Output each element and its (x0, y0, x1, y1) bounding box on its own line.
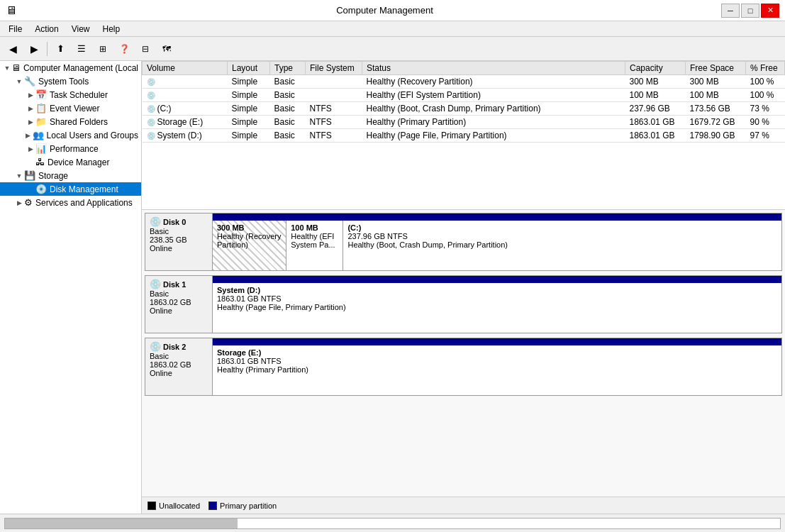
partition-detail: Healthy (Boot, Crash Dump, Primary Parti… (347, 240, 777, 249)
column-header-capacity[interactable]: Capacity (625, 62, 686, 75)
tree-item-disk-management[interactable]: 💿Disk Management (0, 182, 141, 196)
partition-detail: Healthy (Page File, Primary Partition) (217, 303, 777, 311)
scrollbar-thumb (5, 519, 238, 528)
tree-node-label: Device Manager (48, 157, 109, 167)
legend-unallocated-label: Unallocated (159, 501, 200, 510)
toolbar: ◀ ▶ ⬆ ☰ ⊞ ❓ ⊟ 🗺 (0, 37, 785, 61)
tree-node-icon: 🖥 (11, 62, 21, 73)
table-cell: 100 MB (625, 89, 686, 102)
menu-bar: File Action View Help (0, 21, 785, 37)
column-header-%free[interactable]: % Free (746, 62, 785, 75)
menu-view[interactable]: View (66, 23, 96, 35)
table-row[interactable]: 💿SimpleBasicHealthy (EFI System Partitio… (143, 89, 785, 102)
partition[interactable]: (C:)237.96 GB NTFSHealthy (Boot, Crash D… (343, 221, 781, 270)
expand-icon[interactable]: ▼ (3, 65, 11, 72)
disk-body: System (D:)1863.01 GB NTFSHealthy (Page … (213, 276, 781, 333)
tree-item-device-manager[interactable]: 🖧Device Manager (0, 155, 141, 169)
tree-item-shared-folders[interactable]: ▶📁Shared Folders (0, 115, 141, 128)
tree-node-label: Computer Management (Local (23, 63, 138, 73)
menu-action[interactable]: Action (29, 23, 64, 35)
close-button[interactable]: ✕ (761, 4, 779, 18)
partition-name: System (D:) (217, 286, 777, 294)
window-title: Computer Management (48, 5, 721, 16)
partition[interactable]: 100 MBHealthy (EFI System Pa... (286, 221, 343, 270)
disk-type: Basic (150, 352, 208, 360)
column-header-freespace[interactable]: Free Space (686, 62, 746, 75)
tree-item-computer-management[interactable]: ▼🖥Computer Management (Local (0, 61, 141, 74)
table-row[interactable]: 💿System (D:)SimpleBasicNTFSHealthy (Page… (143, 129, 785, 143)
disk-row: 💿Disk 0 Basic 238.35 GB Online 300 MBHea… (145, 213, 782, 271)
column-header-status[interactable]: Status (362, 62, 625, 75)
table-cell: 💿System (D:) (143, 129, 228, 143)
forward-button[interactable]: ▶ (24, 40, 44, 58)
table-row[interactable]: 💿SimpleBasicHealthy (Recovery Partition)… (143, 75, 785, 89)
show-hide-button[interactable]: ☰ (72, 40, 91, 58)
legend-primary: Primary partition (208, 501, 277, 510)
back-button[interactable]: ◀ (3, 40, 23, 58)
column-header-volume[interactable]: Volume (143, 62, 228, 75)
minimize-button[interactable]: ─ (721, 4, 740, 18)
tree-node-label: Services and Applications (35, 198, 133, 208)
table-cell: 100 MB (686, 89, 746, 102)
table-cell: 97 % (746, 129, 785, 143)
disk-topbar (213, 276, 781, 283)
table-cell: Healthy (Boot, Crash Dump, Primary Parti… (362, 102, 625, 116)
expand-icon[interactable]: ▼ (14, 78, 24, 85)
column-header-layout[interactable]: Layout (228, 62, 270, 75)
tree-node-label: Disk Management (50, 184, 118, 194)
window-controls[interactable]: ─ □ ✕ (721, 4, 779, 18)
tree-node-icon: 📊 (35, 143, 47, 154)
table-cell: 300 MB (625, 75, 686, 89)
table-cell: 1679.72 GB (686, 116, 746, 129)
tree-item-performance[interactable]: ▶📊Performance (0, 142, 141, 155)
partition-detail: 237.96 GB NTFS (347, 232, 777, 240)
help-button[interactable]: ❓ (114, 40, 134, 58)
expand-icon[interactable]: ▶ (26, 105, 35, 112)
up-button[interactable]: ⬆ (50, 40, 70, 58)
map-button[interactable]: 🗺 (157, 40, 177, 58)
disk-partitions: System (D:)1863.01 GB NTFSHealthy (Page … (213, 283, 781, 333)
tree-node-icon: 🔧 (24, 76, 35, 87)
partition[interactable]: System (D:)1863.01 GB NTFSHealthy (Page … (213, 283, 781, 333)
expand-icon[interactable]: ▶ (26, 118, 35, 126)
table-cell (306, 75, 362, 89)
tree-item-task-scheduler[interactable]: ▶📅Task Scheduler (0, 88, 141, 101)
tree-item-event-viewer[interactable]: ▶📋Event Viewer (0, 101, 141, 115)
table-cell: 💿 (143, 89, 228, 102)
column-header-type[interactable]: Type (270, 62, 306, 75)
table-cell: 1798.90 GB (686, 129, 746, 143)
expand-icon[interactable]: ▶ (23, 132, 33, 139)
horizontal-scrollbar[interactable] (4, 518, 781, 529)
menu-help[interactable]: Help (97, 23, 126, 35)
disk-type: Basic (150, 289, 208, 298)
tree-node-icon: ⚙ (24, 197, 33, 208)
table-cell: 💿(C:) (143, 102, 228, 116)
menu-file[interactable]: File (3, 23, 28, 35)
tree-node-icon: 🖧 (35, 157, 45, 167)
tree-item-services-apps[interactable]: ▶⚙Services and Applications (0, 196, 141, 209)
disk-topbar (213, 338, 781, 345)
maximize-button[interactable]: □ (741, 4, 759, 18)
main-layout: ▼🖥Computer Management (Local▼🔧System Too… (0, 61, 785, 514)
tree-item-local-users[interactable]: ▶👥Local Users and Groups (0, 128, 141, 142)
disk-info: 💿Disk 1 Basic 1863.02 GB Online (145, 276, 213, 333)
tree-item-storage[interactable]: ▼💾Storage (0, 169, 141, 182)
legend-primary-label: Primary partition (220, 501, 277, 510)
expand-icon[interactable]: ▶ (14, 199, 24, 206)
table-cell: Simple (228, 89, 270, 102)
partition-detail: Healthy (EFI System Pa... (291, 232, 338, 249)
tree-item-system-tools[interactable]: ▼🔧System Tools (0, 74, 141, 88)
expand-icon[interactable]: ▶ (26, 145, 35, 153)
partition[interactable]: 300 MBHealthy (Recovery Partition) (213, 221, 286, 270)
partition[interactable]: Storage (E:)1863.01 GB NTFSHealthy (Prim… (213, 345, 781, 395)
disk-block-disk1: 💿Disk 1 Basic 1863.02 GB Online System (… (145, 275, 782, 333)
column-header-filesystem[interactable]: File System (306, 62, 362, 75)
export-button[interactable]: ⊟ (135, 40, 155, 58)
table-row[interactable]: 💿(C:)SimpleBasicNTFSHealthy (Boot, Crash… (143, 102, 785, 116)
tree-node-label: Task Scheduler (50, 90, 108, 100)
table-cell: 300 MB (686, 75, 746, 89)
expand-icon[interactable]: ▶ (26, 92, 35, 99)
table-row[interactable]: 💿Storage (E:)SimpleBasicNTFSHealthy (Pri… (143, 116, 785, 129)
properties-button[interactable]: ⊞ (93, 40, 113, 58)
expand-icon[interactable]: ▼ (14, 172, 24, 179)
